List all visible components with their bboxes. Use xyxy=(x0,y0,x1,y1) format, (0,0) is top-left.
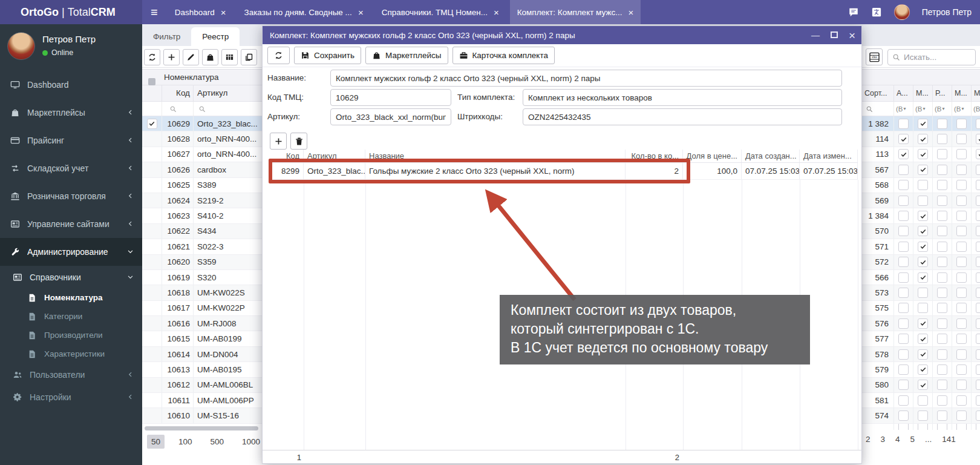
bundle-card-button[interactable]: Карточка комплекта xyxy=(452,47,555,64)
checkbox[interactable] xyxy=(898,318,909,329)
checkbox[interactable] xyxy=(956,334,967,344)
page-5[interactable]: 5 xyxy=(910,435,915,444)
table-row[interactable]: 10610UM-S15-16 xyxy=(142,408,262,423)
checkbox[interactable] xyxy=(937,180,947,190)
maximize-button[interactable] xyxy=(831,31,838,39)
table-row[interactable]: 1 384 xyxy=(862,208,980,223)
checkbox[interactable] xyxy=(918,303,928,313)
checkbox[interactable] xyxy=(976,226,980,236)
column-header-code[interactable]: Код xyxy=(162,85,194,101)
tab-registry[interactable]: Реестр xyxy=(191,27,240,46)
checkbox[interactable] xyxy=(898,380,909,390)
checkbox[interactable] xyxy=(956,257,967,267)
checkbox[interactable] xyxy=(898,211,909,221)
checkbox[interactable] xyxy=(976,211,980,221)
select-all-checkbox[interactable] xyxy=(148,78,155,85)
table-row[interactable]: 10619S320 xyxy=(142,270,262,285)
checkbox[interactable] xyxy=(937,226,947,236)
table-row[interactable]: 572 xyxy=(862,255,980,270)
checkbox[interactable] xyxy=(976,334,980,344)
checkbox-checked[interactable] xyxy=(918,149,928,159)
column-header[interactable]: Дата создан... xyxy=(742,150,800,162)
checkbox-checked[interactable] xyxy=(918,272,928,283)
checkbox[interactable] xyxy=(918,288,928,298)
sidebar-item-directories[interactable]: Справочники xyxy=(0,266,142,288)
tab-filter[interactable]: Фильтр xyxy=(142,27,191,46)
checkbox[interactable] xyxy=(898,165,909,175)
table-row[interactable]: 577 xyxy=(862,331,980,346)
column-header-flag[interactable]: М... xyxy=(952,85,972,101)
sidebar-item-warehouse[interactable]: Складской учет xyxy=(0,154,142,182)
checkbox[interactable] xyxy=(898,424,909,430)
page-141[interactable]: 141 xyxy=(942,435,956,444)
column-header[interactable]: Дата измен... xyxy=(800,150,858,162)
filter-dropdown-cell[interactable]: (В▾ xyxy=(894,102,913,116)
checkbox[interactable] xyxy=(937,272,947,283)
checkbox[interactable] xyxy=(918,180,928,190)
filter-sku-cell[interactable] xyxy=(194,102,262,116)
checkbox[interactable] xyxy=(956,288,967,298)
checkbox[interactable] xyxy=(898,272,909,283)
checkbox-checked[interactable] xyxy=(918,318,928,329)
page-size-500[interactable]: 500 xyxy=(206,435,229,449)
checkbox-checked[interactable] xyxy=(918,334,928,344)
checkbox[interactable] xyxy=(937,149,947,159)
checkbox[interactable] xyxy=(937,119,947,129)
checkbox[interactable] xyxy=(956,165,967,175)
page-4[interactable]: 4 xyxy=(895,435,900,444)
checkbox[interactable] xyxy=(898,395,909,406)
table-row[interactable]: 10628orto_NRN-400... xyxy=(142,131,262,147)
sidebar-item-marketplaces[interactable]: Маркетплейсы xyxy=(0,99,142,127)
checkbox[interactable] xyxy=(976,318,980,329)
modal-titlebar[interactable]: Комплект: Комплект мужских гольф 2 класс… xyxy=(263,26,861,44)
search-input[interactable] xyxy=(904,53,964,62)
column-header[interactable]: Артикул xyxy=(304,150,365,162)
checkbox-checked[interactable] xyxy=(918,364,928,375)
tab-close-icon[interactable]: × xyxy=(494,7,499,18)
checkbox[interactable] xyxy=(976,349,980,360)
checkbox[interactable] xyxy=(918,411,928,421)
translate-icon[interactable] xyxy=(871,7,882,18)
checkbox[interactable] xyxy=(956,364,967,375)
sidebar-item-characteristics[interactable]: Характеристики xyxy=(0,345,142,363)
plus-button[interactable] xyxy=(163,49,180,65)
refresh-button[interactable] xyxy=(267,47,290,64)
sidebar-item-settings[interactable]: Настройки xyxy=(0,386,142,408)
close-button[interactable]: × xyxy=(849,30,855,41)
sku-field[interactable] xyxy=(330,108,451,125)
table-row[interactable]: 10625S389 xyxy=(142,178,262,193)
page-3[interactable]: 3 xyxy=(881,435,886,444)
checkbox[interactable] xyxy=(898,349,909,360)
sidebar-item-manufacturers[interactable]: Производители xyxy=(0,326,142,345)
checkbox[interactable] xyxy=(937,318,947,329)
topbar-tab[interactable]: Справочники. ТМЦ Номен...× xyxy=(374,0,506,24)
checkbox[interactable] xyxy=(898,288,909,298)
table-row[interactable]: 113 xyxy=(862,147,980,162)
checkbox[interactable] xyxy=(937,334,947,344)
sidebar-item-retail[interactable]: Розничная торговля xyxy=(0,182,142,210)
column-header-sort[interactable]: Сорт... xyxy=(862,85,894,101)
tab-close-icon[interactable]: × xyxy=(358,7,364,18)
table-row[interactable]: 10620S359 xyxy=(142,255,262,270)
table-row[interactable]: 10629Orto_323_blac... xyxy=(142,116,262,131)
sidebar-item-pricing[interactable]: Прайсинг xyxy=(0,127,142,154)
checkbox[interactable] xyxy=(898,242,909,252)
avatar[interactable] xyxy=(7,32,35,60)
checkbox[interactable] xyxy=(918,395,928,406)
checkbox[interactable] xyxy=(976,288,980,298)
filter-dropdown-cell[interactable]: (В▾ xyxy=(933,102,952,116)
table-row[interactable]: 10614UM-DN004 xyxy=(142,347,262,362)
checkbox-checked[interactable] xyxy=(918,242,928,252)
table-row[interactable]: 573 xyxy=(862,285,980,300)
checkbox[interactable] xyxy=(898,364,909,375)
page-...[interactable]: ... xyxy=(925,435,932,444)
table-row[interactable]: 10617UM-KW022P xyxy=(142,301,262,316)
avatar[interactable] xyxy=(894,4,910,20)
sidebar-item-administration[interactable]: Администрирование xyxy=(0,238,142,266)
topbar-tab[interactable]: Комплект: Комплект мужс...× xyxy=(510,0,641,24)
table-row[interactable]: 10613UM-AB0195 xyxy=(142,362,262,377)
checkbox[interactable] xyxy=(956,272,967,283)
table-row[interactable]: 580 xyxy=(862,378,980,393)
table-row[interactable]: 570 xyxy=(862,224,980,239)
checkbox-checked[interactable] xyxy=(918,380,928,390)
